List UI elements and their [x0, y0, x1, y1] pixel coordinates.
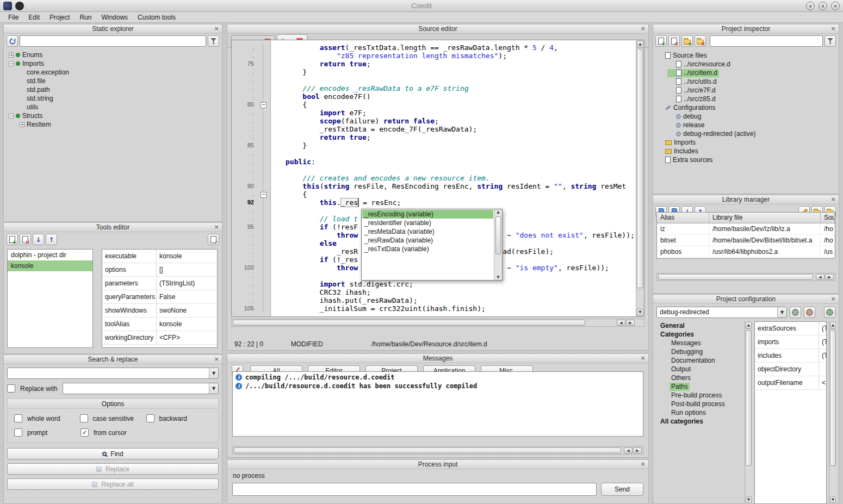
- category-item[interactable]: Output: [655, 365, 742, 374]
- property-row[interactable]: objectDirectory: [755, 363, 826, 376]
- category-item[interactable]: Categories: [655, 330, 742, 339]
- property-value[interactable]: (T: [819, 349, 826, 362]
- message-row[interactable]: /.../build/resource.d.coedit has been su…: [233, 382, 643, 390]
- close-panel-icon[interactable]: [639, 460, 647, 469]
- table-row[interactable]: bitset /home/basile/Dev/Bitset/lib/bitse…: [657, 235, 835, 246]
- library-hscrollbar[interactable]: [656, 273, 835, 281]
- edit-tool-file-button[interactable]: [208, 234, 219, 245]
- category-item[interactable]: Post-build process: [655, 400, 742, 408]
- editor-hscrollbar[interactable]: [231, 319, 644, 327]
- move-tool-down-button[interactable]: [33, 234, 44, 245]
- property-row[interactable]: options []: [102, 263, 217, 277]
- checkbox-box[interactable]: [14, 428, 22, 437]
- scroll-right-icon[interactable]: [825, 274, 834, 280]
- category-item[interactable]: General: [655, 321, 742, 330]
- find-button[interactable]: Find: [7, 448, 219, 459]
- scrollbar-thumb[interactable]: [234, 447, 621, 453]
- configuration-select[interactable]: debug-redirected: [656, 307, 787, 318]
- tree-item[interactable]: debug: [653, 112, 839, 121]
- close-panel-icon[interactable]: [639, 354, 647, 363]
- properties-scrollbar[interactable]: [829, 321, 836, 504]
- scroll-up-icon[interactable]: [637, 41, 643, 48]
- category-item[interactable]: Messages: [655, 339, 742, 347]
- editor-vscrollbar[interactable]: [636, 40, 644, 316]
- table-row[interactable]: iz /home/basile/Dev/Iz/lib/iz.a /ho: [657, 223, 835, 235]
- autocomplete-item[interactable]: _resEncoding (variable): [362, 210, 493, 219]
- chevron-down-icon[interactable]: [209, 368, 218, 378]
- property-row[interactable]: executable konsole: [102, 250, 217, 263]
- message-row[interactable]: compiling /.../build/resource.d.coedit: [233, 373, 643, 382]
- send-button[interactable]: Send: [601, 483, 643, 496]
- expand-icon[interactable]: [9, 61, 14, 66]
- tree-item[interactable]: ResItem: [4, 120, 222, 129]
- scroll-down-icon[interactable]: [746, 496, 752, 503]
- property-row[interactable]: extraSources (T: [755, 322, 826, 335]
- scrollbar-thumb[interactable]: [637, 49, 643, 288]
- refresh-button[interactable]: [7, 35, 18, 47]
- expand-icon[interactable]: [9, 53, 14, 58]
- tree-item[interactable]: debug-redirected (active): [653, 129, 839, 138]
- property-value[interactable]: <: [819, 376, 826, 389]
- menu-item[interactable]: Custom tools: [133, 13, 181, 22]
- chevron-down-icon[interactable]: [209, 383, 218, 394]
- checkbox-box[interactable]: [146, 414, 154, 422]
- category-item[interactable]: Documentation: [655, 356, 742, 365]
- shade-window-icon[interactable]: [806, 2, 815, 10]
- autocomplete-scrollbar[interactable]: [494, 209, 502, 280]
- scroll-left-icon[interactable]: [624, 447, 633, 453]
- maximize-window-icon[interactable]: [819, 2, 827, 10]
- column-header[interactable]: Library file: [709, 213, 821, 223]
- close-panel-icon[interactable]: [639, 24, 647, 33]
- tree-item[interactable]: Extra sources: [653, 155, 839, 164]
- tree-item[interactable]: ../src/z85.d: [653, 95, 839, 103]
- property-row[interactable]: showWindows swoNone: [102, 304, 217, 318]
- property-value[interactable]: <CFP>: [157, 331, 217, 344]
- scroll-right-icon[interactable]: [633, 447, 642, 453]
- autocomplete-item[interactable]: _resMetaData (variable): [362, 227, 493, 236]
- scroll-left-icon[interactable]: [617, 320, 625, 326]
- tool-list-item[interactable]: dolphin - project dir: [8, 250, 92, 260]
- category-item[interactable]: Pre-build process: [655, 391, 742, 400]
- scrollbar-thumb[interactable]: [233, 320, 585, 326]
- tree-item[interactable]: std.file: [4, 77, 222, 85]
- property-value[interactable]: (T: [819, 335, 826, 349]
- close-panel-icon[interactable]: [213, 24, 220, 33]
- scroll-up-icon[interactable]: [830, 322, 836, 329]
- categories-scrollbar[interactable]: [745, 321, 752, 504]
- add-source-button[interactable]: [655, 35, 667, 47]
- tree-item[interactable]: std.string: [4, 94, 222, 103]
- tool-list-item[interactable]: konsole: [8, 260, 92, 271]
- expand-icon[interactable]: [20, 122, 24, 127]
- close-panel-icon[interactable]: [829, 295, 837, 303]
- property-value[interactable]: False: [157, 290, 217, 303]
- replace-all-button[interactable]: Replace all: [7, 478, 219, 490]
- filter-icon[interactable]: [208, 35, 219, 47]
- menu-item[interactable]: Edit: [23, 13, 45, 22]
- option-checkbox[interactable]: prompt: [14, 428, 80, 437]
- property-value[interactable]: swoNone: [157, 304, 217, 317]
- property-row[interactable]: toolAlias konsole: [102, 318, 217, 331]
- column-header[interactable]: Alias: [657, 213, 709, 223]
- tree-item[interactable]: Configurations: [653, 103, 839, 112]
- tree-item[interactable]: Imports: [4, 59, 222, 68]
- scrollbar-thumb[interactable]: [495, 216, 501, 254]
- close-window-icon[interactable]: [831, 2, 840, 10]
- menu-item[interactable]: Windows: [96, 13, 133, 22]
- tree-item[interactable]: std.path: [4, 85, 222, 94]
- close-panel-icon[interactable]: [829, 195, 837, 204]
- tree-item[interactable]: ../src/resource.d: [653, 60, 839, 69]
- scroll-right-icon[interactable]: [626, 320, 635, 326]
- property-row[interactable]: includes (T: [755, 349, 826, 363]
- tree-item[interactable]: Structs: [4, 111, 222, 120]
- property-value[interactable]: konsole: [157, 318, 217, 331]
- property-value[interactable]: (T: [819, 322, 826, 335]
- close-panel-icon[interactable]: [213, 223, 220, 232]
- category-item[interactable]: Run options: [655, 408, 742, 417]
- symbol-search-input[interactable]: [20, 35, 206, 47]
- category-item[interactable]: All categories: [655, 417, 742, 426]
- autocomplete-item[interactable]: _resIdentifier (variable): [362, 219, 493, 227]
- messages-hscrollbar[interactable]: [232, 446, 643, 455]
- column-header[interactable]: Sources: [821, 213, 835, 223]
- autocomplete-item[interactable]: _resRawData (variable): [362, 236, 493, 245]
- tree-item[interactable]: release: [653, 121, 839, 129]
